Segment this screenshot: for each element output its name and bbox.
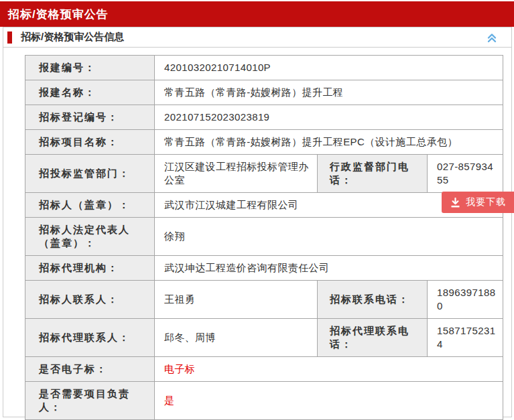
announcement-panel: 招标/资格预审公告信息 报建编号：42010320210714010P报建名称：… (3, 27, 512, 417)
table-row: 招标项目名称：常青五路（常青路-姑嫂树路）提升工程EPC（设计施工总承包） (25, 130, 503, 155)
row-label: 是否电子标： (25, 357, 155, 382)
row-label: 招标人（盖章）： (25, 193, 155, 218)
row-value: 邱冬、周博 (155, 319, 318, 357)
table-row: 招标人（盖章）：武汉市江汉城建工程有限公司 (25, 193, 503, 218)
table-row: 报建编号：42010320210714010P (25, 56, 503, 80)
table-row: 招标代理机构：武汉坤达工程造价咨询有限责任公司 (25, 256, 503, 281)
row-value: 电子标 (155, 357, 503, 382)
section-title: 招标/资格预审公告信息 (21, 31, 124, 44)
row-value: 42010320210714010P (155, 56, 503, 80)
table-row: 是否电子标：电子标 (25, 357, 503, 382)
row-label: 招标人联系人： (25, 281, 155, 319)
announcement-table-body: 报建编号：42010320210714010P报建名称：常青五路（常青路-姑嫂树… (25, 56, 503, 420)
announcement-table-wrap: 报建编号：42010320210714010P报建名称：常青五路（常青路-姑嫂树… (25, 55, 503, 420)
page-title: 招标/资格预审公告 (0, 7, 109, 22)
row-label: 行政监督部门电话： (318, 155, 428, 193)
row-label: 是否需要项目负责人： (25, 382, 155, 420)
table-row: 报建名称：常青五路（常青路-姑嫂树路）提升工程 (25, 80, 503, 105)
row-value: 武汉坤达工程造价咨询有限责任公司 (155, 256, 503, 281)
section-header: 招标/资格预审公告信息 (3, 27, 511, 48)
row-label: 报建名称： (25, 80, 155, 105)
row-value: 是 (155, 382, 503, 420)
row-label: 招标项目名称： (25, 130, 155, 155)
row-value: 徐翔 (155, 218, 503, 256)
table-row: 招标代理联系人：邱冬、周博招标代理联系电话：15871752314 (25, 319, 503, 357)
row-label: 报建编号： (25, 56, 155, 80)
row-value: 18963971880 (428, 281, 503, 319)
page-title-bar: 招标/资格预审公告 (0, 1, 514, 27)
row-value: 江汉区建设工程招标投标管理办公室 (155, 155, 318, 193)
table-row: 招标登记编号：202107152023023819 (25, 105, 503, 130)
row-value: 15871752314 (428, 319, 503, 357)
table-row: 招标人联系人：王祖勇招标联系电话：18963971880 (25, 281, 503, 319)
row-label: 招标联系电话： (318, 281, 428, 319)
table-row: 招标人法定代表人（盖章）：徐翔 (25, 218, 503, 256)
row-label: 招投标监管部门： (25, 155, 155, 193)
row-label: 招标代理联系电话： (318, 319, 428, 357)
table-row: 招投标监管部门：江汉区建设工程招标投标管理办公室行政监督部门电话：027-857… (25, 155, 503, 193)
row-label: 招标代理联系人： (25, 319, 155, 357)
row-label: 招标代理机构： (25, 256, 155, 281)
section-accent-bar (7, 31, 12, 44)
row-value: 027-85793455 (428, 155, 503, 193)
row-label: 招标人法定代表人（盖章）： (25, 218, 155, 256)
row-value: 王祖勇 (155, 281, 318, 319)
row-value: 常青五路（常青路-姑嫂树路）提升工程 (155, 80, 503, 105)
row-label: 招标登记编号： (25, 105, 155, 130)
row-value: 常青五路（常青路-姑嫂树路）提升工程EPC（设计施工总承包） (155, 130, 503, 155)
row-value: 202107152023023819 (155, 105, 503, 130)
download-button[interactable]: 我要下载 (442, 192, 514, 213)
download-arrow-icon (450, 198, 460, 208)
announcement-table: 报建编号：42010320210714010P报建名称：常青五路（常青路-姑嫂树… (25, 55, 503, 420)
table-row: 是否需要项目负责人：是 (25, 382, 503, 420)
double-chevron-up-icon[interactable] (486, 31, 498, 44)
download-button-label: 我要下载 (466, 196, 506, 208)
